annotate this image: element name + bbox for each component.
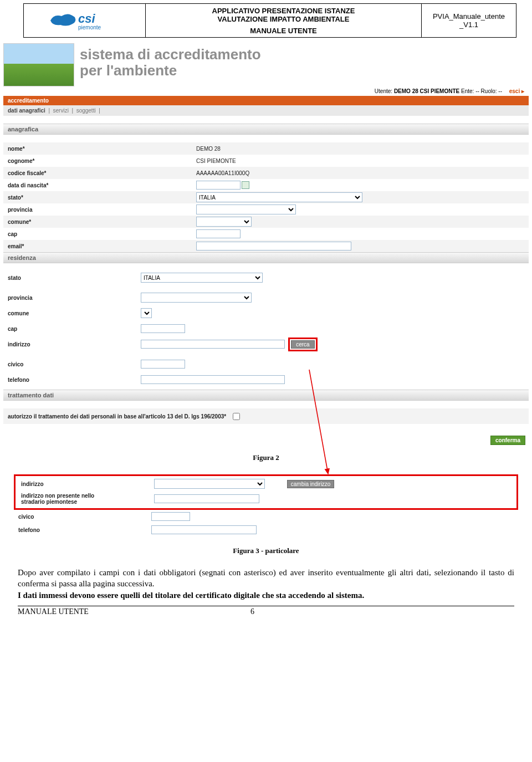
tab-dati-anagrafici[interactable]: dati anagrafici <box>8 108 45 114</box>
label-det-civico: civico <box>18 514 151 520</box>
label-stato: stato* <box>8 195 196 201</box>
utente-value: DEMO 28 CSI PIEMONTE <box>394 88 459 94</box>
label-res-stato: stato <box>8 275 141 281</box>
select-stato[interactable]: ITALIA <box>196 192 362 202</box>
label-det-nonpres: indirizzo non presente nellostradario pi… <box>21 493 154 505</box>
utente-label: Utente: <box>375 88 392 94</box>
row-res-indirizzo: indirizzo cerca <box>3 336 529 352</box>
row-res-stato: stato ITALIA <box>3 270 529 285</box>
select-comune[interactable] <box>196 217 252 227</box>
anagrafica-form: nome* DEMO 28 cognome* CSI PIEMONTE codi… <box>3 142 529 252</box>
checkbox-trattamento[interactable] <box>233 413 240 420</box>
hero-banner: sistema di accreditamento per l'ambiente <box>3 43 529 86</box>
footer-page-number: 6 <box>250 607 254 616</box>
row-provincia: provincia <box>3 203 529 216</box>
doc-title-line1: APPLICATIVO PRESENTAZIONE ISTANZE <box>212 7 355 15</box>
input-det-nonpres[interactable] <box>154 494 259 503</box>
label-det-telefono: telefono <box>18 527 151 533</box>
row-det-civico: civico <box>14 510 518 523</box>
csi-logo: csi piemonte <box>46 9 124 32</box>
doc-ref-line2: _V1.1 <box>433 21 505 29</box>
svg-text:piemonte: piemonte <box>78 24 101 30</box>
ruolo-label: Ruolo: <box>481 88 497 94</box>
body-text: Dopo aver compilato i campi con i dati o… <box>18 567 514 601</box>
screenshot-figure-2: sistema di accreditamento per l'ambiente… <box>3 43 529 447</box>
doc-title-line3: MANUALE UTENTE <box>250 27 317 35</box>
cerca-button[interactable]: cerca <box>291 340 314 349</box>
input-nascita[interactable] <box>196 181 241 190</box>
confirm-bar: conferma <box>3 434 529 447</box>
label-res-cap: cap <box>8 326 141 332</box>
select-det-indirizzo[interactable] <box>154 479 265 489</box>
cambia-indirizzo-button[interactable]: cambia indirizzo <box>287 480 335 488</box>
ente-value: -- <box>475 88 479 94</box>
label-cognome: cognome* <box>8 158 196 164</box>
label-cf: codice fiscale* <box>8 170 196 176</box>
doc-ref-line1: PVIA_Manuale_utente <box>433 12 505 21</box>
row-det-indirizzo: indirizzo cambia indirizzo <box>17 477 515 490</box>
select-provincia[interactable] <box>196 204 296 214</box>
input-det-civico[interactable] <box>151 512 190 521</box>
conferma-button[interactable]: conferma <box>490 436 525 445</box>
caption-figura-3: Figura 3 - particolare <box>0 546 532 555</box>
select-res-stato[interactable]: ITALIA <box>141 273 263 283</box>
select-res-provincia[interactable] <box>141 293 252 303</box>
label-res-provincia: provincia <box>8 295 141 301</box>
residenza-form: stato ITALIA provincia comune cap indiri… <box>3 263 529 390</box>
esci-link[interactable]: esci ▸ <box>509 88 524 94</box>
user-bar: Utente: DEMO 28 CSI PIEMONTE Ente: -- Ru… <box>3 86 529 96</box>
tab-soggetti[interactable]: soggetti <box>76 108 96 114</box>
label-nascita: data di nascita* <box>8 182 196 188</box>
input-res-indirizzo[interactable] <box>141 340 285 349</box>
row-nome: nome* DEMO 28 <box>3 142 529 155</box>
section-trattamento: trattamento dati <box>3 390 529 401</box>
select-res-comune[interactable] <box>141 308 152 318</box>
paragraph-2: I dati immessi devono essere quelli del … <box>18 590 514 601</box>
label-res-indirizzo: indirizzo <box>8 341 141 347</box>
value-cognome: CSI PIEMONTE <box>196 158 236 164</box>
document-header-box: csi piemonte APPLICATIVO PRESENTAZIONE I… <box>23 3 516 38</box>
caption-figura-2: Figura 2 <box>0 453 532 462</box>
row-email: email* <box>3 240 529 252</box>
label-res-comune: comune <box>8 310 141 316</box>
screenshot-figure-3: indirizzo cambia indirizzo indirizzo non… <box>14 474 518 510</box>
ruolo-value: -- <box>498 88 502 94</box>
input-res-civico[interactable] <box>141 360 185 369</box>
highlight-box-cerca: cerca <box>288 337 317 351</box>
label-trattamento: autorizzo il trattamento dei dati person… <box>8 413 226 420</box>
esci-arrow-icon: ▸ <box>521 88 524 94</box>
input-res-cap[interactable] <box>141 324 185 333</box>
doc-ref-cell: PVIA_Manuale_utente _V1.1 <box>422 4 516 37</box>
tab-servizi[interactable]: servizi <box>53 108 69 114</box>
label-comune: comune* <box>8 219 196 225</box>
value-nome: DEMO 28 <box>196 146 221 152</box>
section-anagrafica: anagrafica <box>3 124 529 135</box>
row-nascita: data di nascita* <box>3 179 529 191</box>
hero-image <box>3 43 74 86</box>
label-email: email* <box>8 243 196 249</box>
svg-text:csi: csi <box>78 12 95 25</box>
input-cap[interactable] <box>196 229 241 238</box>
row-res-provincia: provincia <box>3 290 529 305</box>
hero-line1: sistema di accreditamento <box>80 46 261 63</box>
input-det-telefono[interactable] <box>151 525 257 534</box>
section-residenza: residenza <box>3 252 529 263</box>
doc-title-cell: APPLICATIVO PRESENTAZIONE ISTANZE VALUTA… <box>146 4 422 37</box>
hero-line2: per l'ambiente <box>80 62 177 79</box>
footer-left: MANUALE UTENTE <box>18 607 250 616</box>
label-cap: cap <box>8 231 196 237</box>
row-res-cap: cap <box>3 321 529 336</box>
input-res-telefono[interactable] <box>141 375 285 384</box>
logo-cell: csi piemonte <box>24 4 146 37</box>
row-res-comune: comune <box>3 305 529 321</box>
calendar-icon[interactable] <box>242 181 249 189</box>
label-det-indirizzo: indirizzo <box>21 481 154 487</box>
input-email[interactable] <box>196 242 351 250</box>
label-res-telefono: telefono <box>8 377 141 383</box>
value-cf: AAAAAA00A11I000Q <box>196 170 249 176</box>
ente-label: Ente: <box>461 88 474 94</box>
breadcrumb-bar: accreditamento <box>3 96 529 105</box>
row-trattamento: autorizzo il trattamento dei dati person… <box>3 408 529 424</box>
row-comune: comune* <box>3 216 529 228</box>
doc-title-line2: VALUTAZIONE IMPATTO AMBIENTALE <box>218 15 350 23</box>
